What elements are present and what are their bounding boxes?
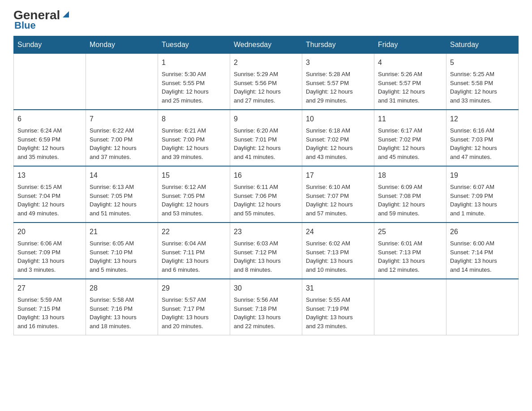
cell-info: and 55 minutes. (234, 209, 298, 218)
cell-info: and 8 minutes. (234, 265, 298, 274)
day-number: 14 (90, 170, 154, 181)
cell-info: Sunrise: 6:02 AM (306, 239, 370, 248)
cell-info: Sunset: 7:13 PM (378, 248, 442, 257)
calendar-cell: 21Sunrise: 6:05 AMSunset: 7:10 PMDayligh… (86, 223, 158, 279)
cell-info: Sunrise: 6:05 AM (90, 239, 154, 248)
cell-info: Sunset: 5:55 PM (162, 79, 226, 88)
day-number: 26 (450, 227, 515, 237)
cell-info: Sunset: 7:16 PM (90, 304, 154, 313)
day-number: 20 (17, 227, 82, 237)
calendar-cell: 9Sunrise: 6:20 AMSunset: 7:01 PMDaylight… (230, 110, 302, 166)
cell-info: Sunset: 7:05 PM (162, 192, 226, 201)
cell-info: Sunset: 7:17 PM (162, 304, 226, 313)
cell-info: Daylight: 13 hours (450, 257, 515, 265)
calendar-cell: 31Sunrise: 5:55 AMSunset: 7:19 PMDayligh… (302, 279, 374, 335)
cell-info: and 57 minutes. (306, 209, 370, 218)
cell-info: and 35 minutes. (17, 153, 82, 162)
calendar-cell: 17Sunrise: 6:10 AMSunset: 7:07 PMDayligh… (302, 166, 374, 223)
day-number: 2 (234, 57, 298, 68)
cell-info: Sunrise: 6:20 AM (234, 126, 298, 135)
calendar-cell: 28Sunrise: 5:58 AMSunset: 7:16 PMDayligh… (86, 279, 158, 335)
calendar-cell: 2Sunrise: 5:29 AMSunset: 5:56 PMDaylight… (230, 54, 302, 110)
cell-info: Sunset: 7:06 PM (234, 192, 298, 201)
day-number: 3 (306, 57, 370, 68)
cell-info: and 45 minutes. (378, 153, 442, 162)
cell-info: Daylight: 13 hours (234, 313, 298, 322)
cell-info: Daylight: 13 hours (306, 313, 370, 322)
cell-info: Sunrise: 6:18 AM (306, 126, 370, 135)
header-friday: Friday (374, 36, 446, 54)
cell-info: Sunset: 7:15 PM (17, 304, 82, 313)
cell-info: Sunset: 7:03 PM (450, 135, 515, 144)
cell-info: and 12 minutes. (378, 265, 442, 274)
cell-info: Sunset: 7:09 PM (17, 248, 82, 257)
calendar-cell: 18Sunrise: 6:09 AMSunset: 7:08 PMDayligh… (374, 166, 446, 223)
cell-info: Sunrise: 5:58 AM (90, 295, 154, 304)
cell-info: Sunrise: 5:57 AM (162, 295, 226, 304)
cell-info: and 25 minutes. (162, 96, 226, 105)
cell-info: Sunrise: 6:15 AM (17, 183, 82, 192)
day-number: 12 (450, 114, 515, 124)
calendar-cell: 16Sunrise: 6:11 AMSunset: 7:06 PMDayligh… (230, 166, 302, 223)
page-header: General Blue (13, 9, 519, 31)
calendar-week-row: 27Sunrise: 5:59 AMSunset: 7:15 PMDayligh… (14, 279, 519, 335)
cell-info: Sunrise: 6:07 AM (450, 183, 515, 192)
cell-info: Sunrise: 5:56 AM (234, 295, 298, 304)
cell-info: Daylight: 12 hours (306, 87, 370, 96)
cell-info: Daylight: 13 hours (234, 257, 298, 265)
cell-info: Daylight: 12 hours (90, 144, 154, 153)
cell-info: Daylight: 12 hours (162, 87, 226, 96)
cell-info: Sunrise: 6:24 AM (17, 126, 82, 135)
cell-info: Sunrise: 5:28 AM (306, 70, 370, 79)
calendar-cell: 20Sunrise: 6:06 AMSunset: 7:09 PMDayligh… (14, 223, 86, 279)
cell-info: Sunrise: 6:17 AM (378, 126, 442, 135)
day-number: 9 (234, 114, 298, 124)
cell-info: and 33 minutes. (450, 96, 515, 105)
cell-info: Daylight: 12 hours (378, 144, 442, 153)
logo-triangle-icon (61, 9, 71, 19)
cell-info: and 23 minutes. (306, 322, 370, 331)
day-number: 16 (234, 170, 298, 181)
day-number: 6 (17, 114, 82, 124)
calendar-header-row: SundayMondayTuesdayWednesdayThursdayFrid… (14, 36, 519, 54)
day-number: 31 (306, 283, 370, 294)
cell-info: and 5 minutes. (90, 265, 154, 274)
cell-info: Daylight: 12 hours (378, 87, 442, 96)
day-number: 25 (378, 227, 442, 237)
cell-info: and 59 minutes. (378, 209, 442, 218)
cell-info: Daylight: 12 hours (17, 144, 82, 153)
calendar-cell: 25Sunrise: 6:01 AMSunset: 7:13 PMDayligh… (374, 223, 446, 279)
day-number: 29 (162, 283, 226, 294)
cell-info: and 3 minutes. (17, 265, 82, 274)
cell-info: and 20 minutes. (162, 322, 226, 331)
cell-info: Daylight: 13 hours (162, 313, 226, 322)
day-number: 1 (162, 57, 226, 68)
header-sunday: Sunday (14, 36, 86, 54)
calendar-week-row: 20Sunrise: 6:06 AMSunset: 7:09 PMDayligh… (14, 223, 519, 279)
cell-info: and 49 minutes. (17, 209, 82, 218)
cell-info: Daylight: 12 hours (378, 200, 442, 209)
cell-info: and 37 minutes. (90, 153, 154, 162)
logo-blue: Blue (14, 20, 36, 31)
cell-info: Daylight: 12 hours (234, 200, 298, 209)
cell-info: Daylight: 13 hours (378, 257, 442, 265)
day-number: 4 (378, 57, 442, 68)
cell-info: Daylight: 12 hours (162, 200, 226, 209)
cell-info: Daylight: 13 hours (17, 257, 82, 265)
calendar-cell: 29Sunrise: 5:57 AMSunset: 7:17 PMDayligh… (158, 279, 230, 335)
day-number: 10 (306, 114, 370, 124)
cell-info: Daylight: 12 hours (450, 144, 515, 153)
cell-info: and 1 minute. (450, 209, 515, 218)
header-tuesday: Tuesday (158, 36, 230, 54)
cell-info: Sunrise: 5:59 AM (17, 295, 82, 304)
day-number: 13 (17, 170, 82, 181)
calendar-cell: 7Sunrise: 6:22 AMSunset: 7:00 PMDaylight… (86, 110, 158, 166)
day-number: 18 (378, 170, 442, 181)
cell-info: Sunrise: 6:22 AM (90, 126, 154, 135)
calendar-week-row: 6Sunrise: 6:24 AMSunset: 6:59 PMDaylight… (14, 110, 519, 166)
calendar-week-row: 1Sunrise: 5:30 AMSunset: 5:55 PMDaylight… (14, 54, 519, 110)
cell-info: Sunrise: 5:55 AM (306, 295, 370, 304)
cell-info: Sunrise: 6:03 AM (234, 239, 298, 248)
cell-info: Sunrise: 6:13 AM (90, 183, 154, 192)
day-number: 11 (378, 114, 442, 124)
